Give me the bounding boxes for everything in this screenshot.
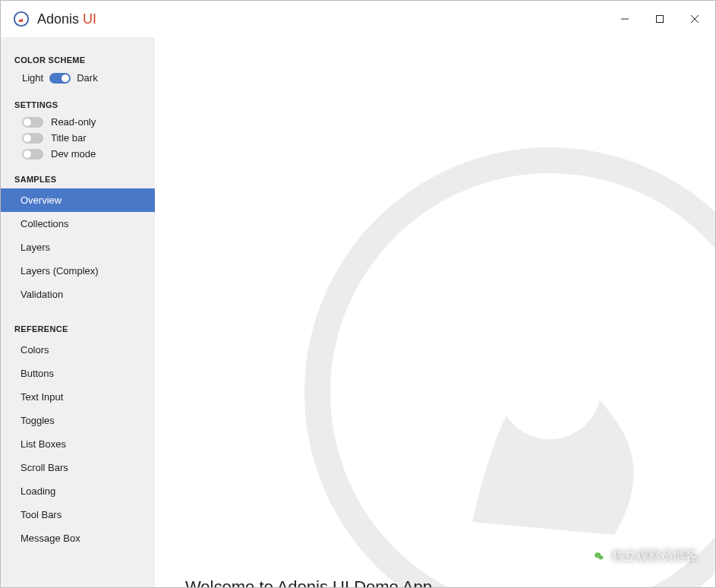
titlebar: Adonis UI (1, 1, 715, 37)
color-scheme-toggle-row: Light Dark (1, 69, 155, 96)
svg-rect-3 (657, 16, 664, 23)
nav-scroll-bars[interactable]: Scroll Bars (1, 456, 155, 479)
devmode-label: Dev mode (51, 148, 96, 160)
main-panel: Welcome to Adonis UI Demo App Buttons De… (155, 37, 715, 587)
window-maximize-button[interactable] (642, 7, 677, 31)
nav-overview[interactable]: Overview (1, 188, 155, 212)
nav-text-input[interactable]: Text Input (1, 385, 155, 409)
titlebar-toggle[interactable] (22, 133, 43, 144)
window-minimize-button[interactable] (607, 7, 642, 31)
readonly-label: Read-only (51, 116, 96, 128)
wechat-icon (591, 548, 607, 564)
sidebar: COLOR SCHEME Light Dark SETTINGS Read-on… (1, 37, 155, 587)
svg-point-7 (498, 336, 601, 439)
watermark-text: 独立观察员博客 (612, 548, 697, 564)
section-color-scheme: COLOR SCHEME (1, 51, 155, 69)
nav-buttons[interactable]: Buttons (1, 362, 155, 385)
nav-layers[interactable]: Layers (1, 236, 155, 259)
scheme-toggle[interactable] (49, 73, 71, 84)
app-title: Adonis UI (37, 11, 96, 27)
scheme-dark-label: Dark (77, 72, 97, 84)
window-close-button[interactable] (677, 7, 712, 31)
setting-readonly-row: Read-only (1, 114, 155, 130)
section-settings: SETTINGS (1, 96, 155, 114)
setting-devmode-row: Dev mode (1, 146, 155, 170)
nav-list-boxes[interactable]: List Boxes (1, 432, 155, 456)
app-logo-icon (13, 11, 30, 27)
setting-titlebar-row: Title bar (1, 130, 155, 146)
nav-tool-bars[interactable]: Tool Bars (1, 503, 155, 526)
nav-toggles[interactable]: Toggles (1, 409, 155, 432)
svg-point-24 (598, 555, 603, 559)
image-watermark: 独立观察员博客 (591, 548, 697, 564)
nav-collections[interactable]: Collections (1, 212, 155, 236)
nav-colors[interactable]: Colors (1, 338, 155, 362)
nav-loading[interactable]: Loading (1, 479, 155, 503)
titlebar-label: Title bar (51, 132, 86, 144)
scheme-light-label: Light (22, 72, 43, 84)
page-title: Welcome to Adonis UI Demo App (185, 577, 685, 587)
section-samples: SAMPLES (1, 170, 155, 188)
nav-validation[interactable]: Validation (1, 283, 155, 306)
devmode-toggle[interactable] (22, 149, 43, 160)
background-watermark-icon (292, 134, 715, 587)
readonly-toggle[interactable] (22, 117, 43, 128)
nav-message-box[interactable]: Message Box (1, 526, 155, 550)
section-reference: REFERENCE (1, 320, 155, 338)
svg-point-1 (19, 17, 22, 20)
nav-layers-complex[interactable]: Layers (Complex) (1, 259, 155, 283)
